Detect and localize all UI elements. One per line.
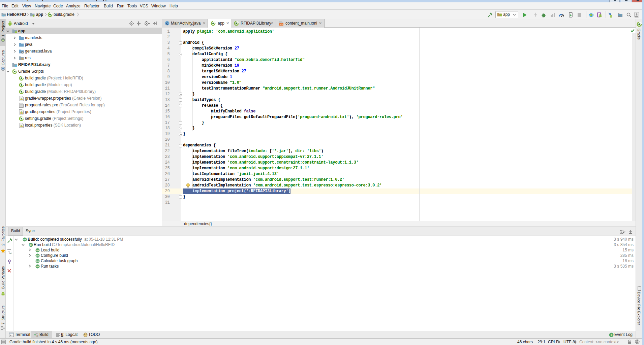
svg-text:C: C [166,22,168,25]
svg-text:ab: ab [9,252,12,254]
svg-text:OK: OK [36,266,39,268]
svg-text:OK: OK [23,239,27,241]
svg-text:1: 1 [611,334,612,337]
svg-text:01: 01 [36,333,38,335]
svg-text:<>: <> [280,23,282,26]
svg-text:OK: OK [36,255,39,257]
svg-text:OK: OK [36,249,39,251]
svg-text:OK: OK [36,260,39,262]
svg-text:10: 10 [36,335,38,337]
svg-text:OK: OK [29,244,33,246]
